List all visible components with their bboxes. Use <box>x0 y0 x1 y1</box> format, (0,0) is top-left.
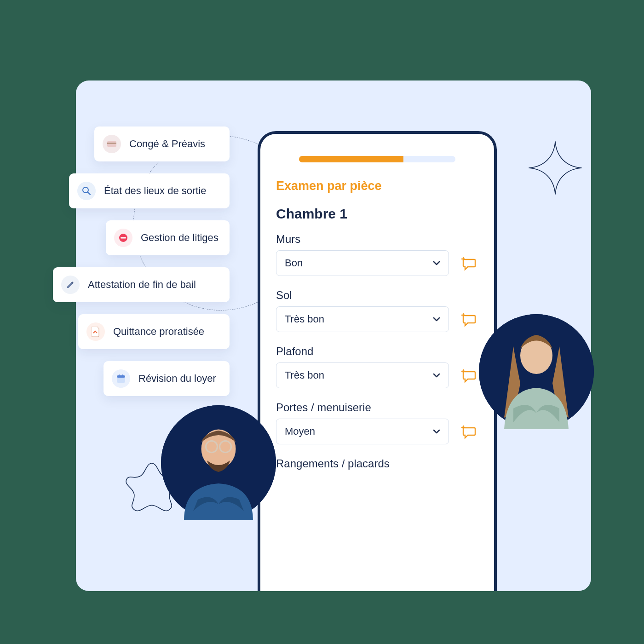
select-sol[interactable]: Très bon <box>276 306 449 332</box>
progress-bar <box>299 156 455 162</box>
phone-card: Examen par pièce Chambre 1 Murs Bon Sol … <box>258 131 497 591</box>
avatar-woman <box>479 314 594 429</box>
svg-rect-1 <box>107 143 116 144</box>
add-comment-button-portes[interactable] <box>459 422 478 441</box>
svg-rect-5 <box>121 237 126 239</box>
field-row-sol: Très bon <box>276 306 478 332</box>
sidebar-item-etat[interactable]: État des lieux de sortie <box>69 173 230 208</box>
no-entry-icon <box>114 229 132 247</box>
chevron-down-icon <box>433 372 440 379</box>
pen-icon <box>61 276 80 294</box>
add-comment-button-plafond[interactable] <box>459 366 478 385</box>
add-comment-button-murs[interactable] <box>459 253 478 273</box>
select-value: Bon <box>285 257 303 269</box>
chevron-down-icon <box>433 428 440 435</box>
select-value: Très bon <box>285 369 324 381</box>
sidebar-item-label: Révision du loyer <box>138 373 216 385</box>
select-value: Très bon <box>285 313 324 325</box>
card-icon <box>103 135 121 153</box>
svg-point-2 <box>83 187 88 193</box>
sidebar-item-label: Attestation de fin de bail <box>88 279 196 291</box>
sparkle-icon <box>528 140 583 196</box>
field-label-rangements: Rangements / placards <box>276 457 478 470</box>
svg-rect-7 <box>117 375 125 378</box>
calendar-icon <box>112 369 130 388</box>
sidebar-item-label: État des lieux de sortie <box>104 185 207 197</box>
add-comment-button-sol[interactable] <box>459 310 478 329</box>
sidebar-item-label: Congé & Préavis <box>129 138 205 150</box>
field-label-sol: Sol <box>276 289 478 302</box>
svg-line-3 <box>88 192 90 195</box>
sidebar-item-attestation[interactable]: Attestation de fin de bail <box>53 267 230 302</box>
sidebar-item-litiges[interactable]: Gestion de litiges <box>106 220 230 255</box>
field-label-plafond: Plafond <box>276 345 478 358</box>
section-title: Examen par pièce <box>276 179 478 193</box>
progress-seg-3 <box>403 156 455 162</box>
chevron-down-icon <box>433 316 440 323</box>
sidebar-item-label: Gestion de litiges <box>141 232 218 244</box>
select-portes[interactable]: Moyen <box>276 419 449 444</box>
field-label-portes: Portes / menuiserie <box>276 401 478 414</box>
progress-seg-1 <box>299 156 351 162</box>
avatar-man <box>161 405 276 520</box>
sidebar-item-conge[interactable]: Congé & Préavis <box>94 126 230 161</box>
field-row-murs: Bon <box>276 250 478 276</box>
field-row-portes: Moyen <box>276 419 478 444</box>
sidebar-item-quittance[interactable]: Quittance proratisée <box>78 314 230 349</box>
sidebar-item-revision[interactable]: Révision du loyer <box>104 361 230 396</box>
svg-rect-9 <box>122 374 123 376</box>
chevron-down-icon <box>433 259 440 267</box>
svg-rect-8 <box>119 374 120 376</box>
field-row-plafond: Très bon <box>276 362 478 388</box>
select-murs[interactable]: Bon <box>276 250 449 276</box>
select-plafond[interactable]: Très bon <box>276 362 449 388</box>
magnifier-icon <box>77 182 96 200</box>
room-title: Chambre 1 <box>276 206 478 222</box>
field-label-murs: Murs <box>276 233 478 246</box>
sidebar: Congé & Préavis État des lieux de sortie… <box>53 126 230 396</box>
document-icon <box>86 322 105 341</box>
sidebar-item-label: Quittance proratisée <box>113 326 204 338</box>
progress-seg-2 <box>351 156 403 162</box>
select-value: Moyen <box>285 426 315 437</box>
